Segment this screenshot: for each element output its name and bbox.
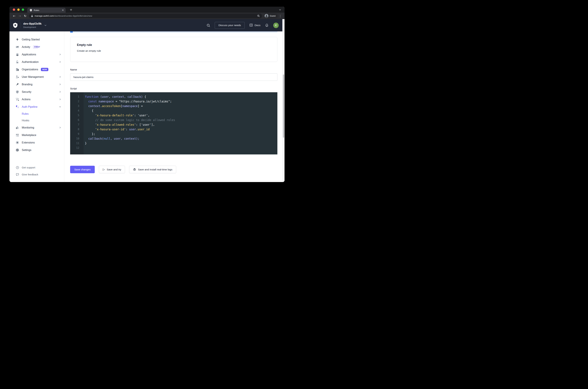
browser-toolbar: ← → ↻ manage.auth0.com/dashboard/us/dev-… [9, 13, 284, 19]
code-line[interactable]: const namespace = "https://hasura.io/jwt… [85, 99, 277, 104]
url-bar[interactable]: manage.auth0.com/dashboard/us/dev-8ppl3x… [29, 14, 262, 18]
save-changes-button[interactable]: Save changes [70, 166, 95, 173]
tab-rules[interactable]: Rules × [27, 8, 66, 13]
sidebar-item-extensions[interactable]: Extensions [9, 139, 64, 146]
main-content: Empty rule Create an empty rule Name Scr… [64, 32, 282, 182]
reload-button[interactable]: ↻ [22, 14, 28, 18]
sidebar-footer: ?Get supportGive feedback [9, 164, 64, 182]
code-line[interactable]: 'x-hasura-allowed-roles': ['user'], [85, 122, 277, 127]
code-line[interactable]: } [85, 141, 277, 146]
line-number: 12 [70, 146, 84, 150]
layers-icon [16, 53, 19, 56]
docs-label: Docs [255, 24, 260, 27]
sidebar: Getting StartedActivityFIRSTApplications… [9, 32, 64, 182]
line-number: 1 [70, 95, 84, 99]
svg-text:?: ? [17, 167, 18, 168]
sidebar-subitem-hooks[interactable]: Hooks [9, 117, 64, 124]
code-line[interactable]: callback(null, user, context); [85, 136, 277, 141]
search-icon[interactable] [207, 24, 210, 27]
bar-chart-icon [16, 126, 19, 129]
sidebar-item-security[interactable]: Security [9, 88, 64, 96]
sidebar-item-activity[interactable]: ActivityFIRST [9, 43, 64, 51]
sidebar-subitem-rules[interactable]: Rules [9, 111, 64, 117]
line-number: 10 [70, 136, 84, 141]
line-number: 9 [70, 132, 84, 136]
sidebar-item-label: Branding [22, 83, 32, 86]
sidebar-item-label: Applications [22, 53, 36, 56]
line-number: 8 [70, 127, 84, 132]
sidebar-item-marketplace[interactable]: Marketplace [9, 131, 64, 139]
empty-rule-card[interactable]: Empty rule Create an empty rule [70, 37, 277, 62]
code-line[interactable]: }; [85, 132, 277, 136]
tenant-chevron-down-icon[interactable] [44, 24, 47, 27]
flow-icon [16, 97, 19, 101]
sidebar-item-user-management[interactable]: User Management [9, 73, 64, 81]
sidebar-item-label: Activity [22, 46, 30, 49]
tab-search-chevron-icon[interactable] [279, 9, 281, 11]
minimize-window-button[interactable] [17, 8, 20, 11]
sidebar-item-label: Extensions [22, 141, 35, 144]
line-number: 11 [70, 141, 84, 146]
save-and-install-logs-button[interactable]: Save and install real-time logs [129, 166, 176, 173]
lightning-icon [16, 38, 19, 41]
sidebar-item-give-feedback[interactable]: Give feedback [9, 171, 64, 178]
code-line[interactable]: // do some custom logic to decide allowe… [85, 118, 277, 122]
script-code-editor[interactable]: 123456789101112 function (user, context,… [70, 92, 277, 155]
sidebar-item-label: Organizations [22, 68, 38, 71]
tab-close-icon[interactable]: × [62, 9, 64, 11]
code-line[interactable]: context.accessToken[namespace] = [85, 104, 277, 108]
sidebar-item-organizations[interactable]: OrganizationsNEW [9, 66, 64, 73]
chevron-right-icon [59, 91, 61, 93]
sidebar-item-label: Get support [22, 166, 35, 169]
scrollbar-thumb[interactable] [283, 74, 284, 138]
page-scrollbar[interactable] [282, 19, 284, 182]
new-tab-button[interactable]: + [70, 8, 72, 12]
sidebar-item-authentication[interactable]: Authentication [9, 58, 64, 66]
code-line[interactable]: 'x-hasura-user-id': user.user_id [85, 127, 277, 132]
sidebar-item-applications[interactable]: Applications [9, 51, 64, 58]
code-line[interactable]: function (user, context, callback) { [85, 95, 277, 99]
close-window-button[interactable] [13, 8, 15, 11]
sidebar-item-settings[interactable]: Settings [9, 146, 64, 154]
profile-label: Guest [270, 15, 276, 17]
sidebar-item-get-support[interactable]: ?Get support [9, 164, 64, 171]
docs-link[interactable]: Docs [249, 24, 260, 27]
card-title: Empty rule [77, 43, 271, 47]
avatar [265, 14, 268, 18]
notifications-bell-icon[interactable] [265, 24, 269, 27]
sidebar-item-label: Settings [22, 149, 31, 152]
sidebar-item-actions[interactable]: Actions [9, 96, 64, 103]
sidebar-item-monitoring[interactable]: Monitoring [9, 124, 64, 131]
sidebar-item-branding[interactable]: Branding [9, 81, 64, 88]
gear-icon [16, 148, 19, 152]
pipeline-icon [16, 105, 19, 109]
discuss-your-needs-button[interactable]: Discuss your needs [215, 22, 245, 29]
browser-menu-icon[interactable]: ⋮ [278, 14, 282, 18]
chip-icon [16, 141, 19, 144]
save-and-try-button[interactable]: ▷ Save and try [99, 166, 125, 173]
auth0-logo[interactable] [12, 22, 18, 28]
code-line[interactable]: { [85, 108, 277, 113]
profile-chip[interactable]: Guest [264, 14, 278, 18]
building-icon [16, 68, 19, 71]
sidebar-item-label: Auth Pipeline [22, 105, 37, 108]
user-avatar[interactable]: C [273, 23, 279, 28]
sidebar-item-label: Getting Started [22, 38, 40, 41]
rule-name-input[interactable] [70, 73, 277, 81]
forward-button[interactable]: → [17, 14, 22, 18]
editor-code[interactable]: function (user, context, callback) { con… [84, 92, 277, 155]
user-gear-icon [16, 75, 19, 79]
back-button[interactable]: ← [11, 14, 17, 18]
sidebar-item-label: Monitoring [22, 126, 34, 129]
sidebar-item-auth-pipeline[interactable]: Auth Pipeline [9, 103, 64, 111]
zoom-in-icon[interactable] [257, 14, 260, 17]
shield-check-icon [16, 90, 19, 94]
zoom-window-button[interactable] [22, 8, 24, 11]
line-number: 2 [70, 99, 84, 104]
help-circle-icon: ? [16, 166, 19, 169]
tab-strip: Rules × + [9, 7, 284, 13]
tenant-switcher[interactable]: dev-8ppl3x9k Development [23, 22, 42, 29]
code-line[interactable] [85, 146, 277, 150]
sidebar-item-getting-started[interactable]: Getting Started [9, 36, 64, 43]
code-line[interactable]: 'x-hasura-default-role': 'user', [85, 113, 277, 118]
